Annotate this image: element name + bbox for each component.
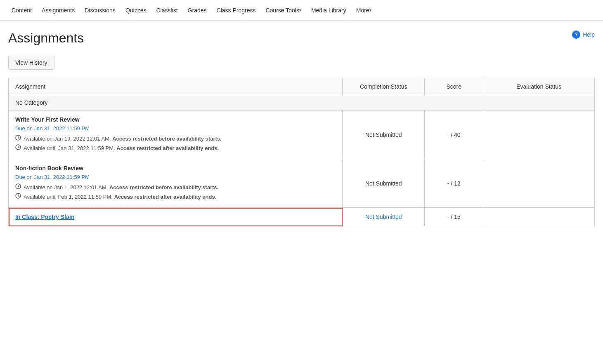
availability-row-0-0: Available on Jan 19, 2022 12:01 AM. Acce… — [15, 134, 336, 142]
nav-item-course-tools[interactable]: Course Tools▾ — [260, 0, 306, 20]
completion-status-1: Not Submitted — [343, 159, 425, 208]
completion-value-2: Not Submitted — [365, 214, 402, 220]
assignment-cell-0: Write Your First ReviewDue on Jan 31, 20… — [9, 110, 343, 159]
availability-row-0-1: Available until Jan 31, 2022 11:59 PM. A… — [15, 143, 336, 151]
nav-item-more[interactable]: More▾ — [351, 0, 376, 20]
due-date-1: Due on Jan 31, 2022 11:59 PM — [15, 174, 336, 180]
nav-item-assignments[interactable]: Assignments — [37, 0, 80, 20]
clock-icon — [15, 135, 21, 141]
nav-item-grades[interactable]: Grades — [183, 0, 212, 20]
help-icon: ? — [572, 31, 580, 39]
assignments-table: Assignment Completion Status Score Evalu… — [8, 78, 595, 226]
category-label: No Category — [9, 95, 595, 110]
table-header-row: Assignment Completion Status Score Evalu… — [9, 78, 595, 95]
help-label: Help — [583, 31, 595, 38]
score-cell-0: - / 40 — [425, 110, 483, 159]
table-row: In Class: Poetry SlamNot Submitted- / 15 — [9, 208, 595, 226]
score-value-2: - / 15 — [447, 214, 461, 220]
clock-icon — [15, 183, 21, 189]
nav-item-content[interactable]: Content — [7, 0, 37, 20]
assignment-cell-1: Non-fiction Book ReviewDue on Jan 31, 20… — [9, 159, 343, 208]
nav-item-classlist[interactable]: Classlist — [151, 0, 182, 20]
header-completion-status: Completion Status — [343, 78, 425, 95]
evaluation-status-0 — [483, 110, 595, 159]
availability-row-1-0: Available on Jan 1, 2022 12:01 AM. Acces… — [15, 183, 336, 190]
nav-item-media-library[interactable]: Media Library — [306, 0, 351, 20]
nav-item-class-progress[interactable]: Class Progress — [212, 0, 261, 20]
availability-row-1-1: Available until Feb 1, 2022 11:59 PM. Ac… — [15, 192, 336, 200]
page-title: Assignments — [8, 31, 84, 46]
score-cell-2: - / 15 — [425, 208, 483, 226]
nav-item-more-label: More — [356, 7, 369, 14]
svg-line-8 — [18, 186, 19, 187]
completion-value-0: Not Submitted — [365, 132, 402, 138]
completion-status-0: Not Submitted — [343, 110, 425, 159]
header-evaluation-status: Evaluation Status — [483, 78, 595, 95]
nav-item-course-tools-chevron: ▾ — [299, 8, 301, 12]
evaluation-status-2 — [483, 208, 595, 226]
table-row: Non-fiction Book ReviewDue on Jan 31, 20… — [9, 159, 595, 208]
clock-icon — [15, 144, 21, 150]
completion-status-2: Not Submitted — [343, 208, 425, 226]
nav-item-discussions[interactable]: Discussions — [80, 0, 121, 20]
evaluation-status-1 — [483, 159, 595, 208]
svg-line-2 — [18, 138, 19, 139]
score-value-0: - / 40 — [447, 132, 461, 138]
assignment-cell-2: In Class: Poetry Slam — [9, 208, 343, 226]
due-date-0: Due on Jan 31, 2022 11:59 PM — [15, 125, 336, 132]
top-navigation: ContentAssignmentsDiscussionsQuizzesClas… — [0, 0, 603, 21]
table-row: Write Your First ReviewDue on Jan 31, 20… — [9, 110, 595, 159]
nav-item-course-tools-label: Course Tools — [265, 7, 299, 14]
header-score: Score — [425, 78, 483, 95]
availability-text-1-0: Available on Jan 1, 2022 12:01 AM. Acces… — [24, 184, 218, 190]
nav-item-more-chevron: ▾ — [369, 8, 371, 12]
assignment-name-0: Write Your First Review — [15, 116, 336, 123]
clock-icon — [15, 193, 21, 199]
availability-text-0-1: Available until Jan 31, 2022 11:59 PM. A… — [24, 145, 219, 151]
header-assignment: Assignment — [9, 78, 343, 95]
assignment-name-1: Non-fiction Book Review — [15, 165, 336, 171]
completion-value-1: Not Submitted — [365, 180, 402, 187]
score-cell-1: - / 12 — [425, 159, 483, 208]
score-value-1: - / 12 — [447, 180, 461, 187]
help-link[interactable]: ? Help — [572, 31, 595, 39]
view-history-button[interactable]: View History — [8, 56, 54, 70]
svg-line-11 — [18, 196, 19, 197]
category-row: No Category — [9, 95, 595, 110]
page-header: Assignments ? Help — [8, 31, 595, 46]
svg-line-5 — [18, 147, 19, 148]
availability-text-0-0: Available on Jan 19, 2022 12:01 AM. Acce… — [24, 136, 222, 142]
assignment-name-2[interactable]: In Class: Poetry Slam — [15, 214, 74, 220]
nav-item-quizzes[interactable]: Quizzes — [121, 0, 151, 20]
availability-text-1-1: Available until Feb 1, 2022 11:59 PM. Ac… — [24, 194, 216, 200]
